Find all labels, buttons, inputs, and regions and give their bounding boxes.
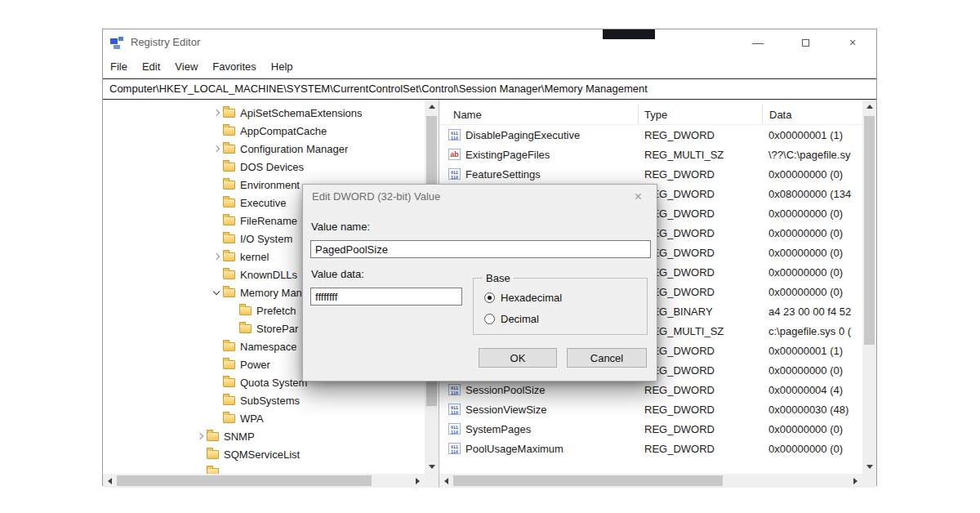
value-data: 0x00000000 (0) [762, 227, 862, 239]
arrow-left-icon [444, 478, 448, 484]
value-data: 0x00000000 (0) [762, 207, 862, 220]
menu-item-help[interactable]: Help [264, 56, 301, 78]
value-row-sessionpoolsize[interactable]: 011110SessionPoolSizeREG_DWORD0x00000004… [439, 380, 862, 399]
dword-value-icon: 011110 [448, 404, 461, 415]
dark-artifact [603, 29, 655, 39]
tree-item-appcompatcache[interactable]: AppCompatCache [103, 122, 425, 140]
arrow-right-icon [853, 478, 858, 484]
tree-item-dos-devices[interactable]: DOS Devices [103, 158, 425, 176]
column-header-name[interactable]: Name [439, 105, 638, 124]
dialog-close-button[interactable]: × [620, 185, 657, 209]
value-name: SessionPoolSize [466, 384, 546, 396]
chevron-collapsed-icon[interactable] [194, 427, 207, 445]
tree-item-label: Power [240, 359, 270, 371]
column-header-data[interactable]: Data [762, 105, 862, 124]
menu-item-favorites[interactable]: Favorites [205, 56, 263, 78]
value-type: REG_DWORD [638, 443, 762, 455]
value-name: SessionViewSize [466, 404, 546, 416]
edit-dword-dialog: Edit DWORD (32-bit) Value × Value name: … [302, 184, 657, 381]
chevron-placeholder [226, 319, 239, 337]
scrollbar-thumb[interactable] [864, 116, 875, 345]
chevron-placeholder [210, 194, 223, 212]
chevron-collapsed-icon[interactable] [210, 140, 223, 158]
folder-icon [223, 234, 235, 243]
menu-item-edit[interactable]: Edit [135, 56, 167, 78]
menu-item-view[interactable]: View [167, 56, 205, 78]
tree-item-wpa[interactable]: WPA [103, 409, 425, 427]
value-row-disablepagingexecutive[interactable]: 011110DisablePagingExecutiveREG_DWORD0x0… [439, 125, 862, 145]
ok-button[interactable]: OK [479, 348, 557, 368]
values-vertical-scrollbar[interactable] [862, 100, 876, 474]
folder-icon [223, 270, 235, 279]
chevron-placeholder [226, 301, 239, 319]
base-group-label: Base [483, 272, 514, 284]
tree-item-label: Environment [240, 179, 300, 191]
decimal-radio[interactable]: Decimal [474, 310, 647, 327]
scrollbar-thumb[interactable] [117, 475, 372, 486]
chevron-placeholder [194, 445, 207, 463]
folder-icon [223, 199, 235, 207]
value-type: REG_DWORD [638, 168, 762, 181]
scroll-down-button[interactable] [862, 460, 876, 474]
value-data: 0x00000004 (4) [762, 384, 862, 396]
value-name: PoolUsageMaximum [466, 443, 564, 455]
tree-item-configuration-manager[interactable]: Configuration Manager [103, 140, 425, 158]
close-button[interactable]: × [829, 29, 876, 56]
value-row-poolusagemaximum[interactable]: 011110PoolUsageMaximumREG_DWORD0x0000000… [439, 439, 862, 458]
tree-horizontal-scrollbar[interactable] [103, 474, 425, 488]
chevron-placeholder [210, 265, 223, 283]
cancel-button[interactable]: Cancel [567, 348, 647, 368]
chevron-collapsed-icon[interactable] [210, 248, 223, 265]
title-bar[interactable]: Registry Editor — × [103, 29, 876, 56]
value-row-sessionviewsize[interactable]: 011110SessionViewSizeREG_DWORD0x00000030… [439, 399, 862, 419]
folder-icon [239, 306, 252, 315]
hexadecimal-radio-label: Hexadecimal [501, 292, 562, 304]
tree-item-partial[interactable] [103, 463, 425, 474]
menu-item-file[interactable]: File [103, 56, 135, 78]
chevron-placeholder [210, 409, 223, 427]
chevron-placeholder [210, 122, 223, 140]
scroll-down-button[interactable] [425, 460, 439, 474]
chevron-expanded-icon[interactable] [210, 283, 223, 301]
tree-item-snmp[interactable]: SNMP [103, 427, 425, 445]
folder-icon [239, 324, 252, 333]
tree-item-subsystems[interactable]: SubSystems [103, 391, 425, 409]
tree-item-label: SQMServiceList [224, 448, 300, 461]
value-name: SystemPages [466, 423, 531, 435]
value-name-label: Value name: [311, 221, 370, 233]
chevron-placeholder [210, 230, 223, 248]
folder-icon [223, 288, 235, 297]
folder-icon [207, 468, 219, 475]
chevron-collapsed-icon[interactable] [210, 104, 223, 122]
scroll-right-button[interactable] [411, 474, 425, 488]
tree-item-apisetschemaextensions[interactable]: ApiSetSchemaExtensions [103, 104, 425, 122]
scroll-right-button[interactable] [849, 474, 862, 488]
folder-icon [223, 414, 235, 423]
value-data-input[interactable] [310, 288, 462, 306]
folder-icon [223, 360, 235, 369]
value-row-existingpagefiles[interactable]: abExistingPageFilesREG_MULTI_SZ\??\C:\pa… [439, 145, 862, 164]
scroll-left-button[interactable] [439, 474, 453, 488]
value-data: c:\pagefile.sys 0 ( [762, 325, 862, 337]
scroll-up-button[interactable] [862, 100, 876, 114]
column-headers: Name Type Data [439, 105, 862, 125]
maximize-button[interactable] [782, 29, 829, 56]
scrollbar-thumb[interactable] [453, 475, 723, 486]
scroll-left-button[interactable] [103, 474, 117, 488]
folder-icon [223, 252, 235, 261]
dialog-title-bar[interactable]: Edit DWORD (32-bit) Value × [303, 185, 657, 209]
tree-item-sqmservicelist[interactable]: SQMServiceList [103, 445, 425, 463]
address-bar[interactable]: Computer\HKEY_LOCAL_MACHINE\SYSTEM\Curre… [103, 79, 876, 100]
values-horizontal-scrollbar[interactable] [439, 474, 862, 488]
decimal-radio-label: Decimal [501, 313, 539, 325]
hexadecimal-radio[interactable]: Hexadecimal [474, 289, 647, 306]
minimize-button[interactable]: — [734, 29, 782, 56]
scroll-up-button[interactable] [425, 100, 439, 114]
value-name-input[interactable] [310, 240, 651, 258]
folder-icon [223, 145, 235, 154]
folder-icon [223, 396, 235, 405]
value-row-systempages[interactable]: 011110SystemPagesREG_DWORD0x00000000 (0) [439, 419, 862, 439]
value-type: REG_DWORD [638, 129, 762, 141]
value-row-featuresettings[interactable]: 011110FeatureSettingsREG_DWORD0x00000000… [439, 164, 862, 184]
column-header-type[interactable]: Type [638, 105, 762, 124]
